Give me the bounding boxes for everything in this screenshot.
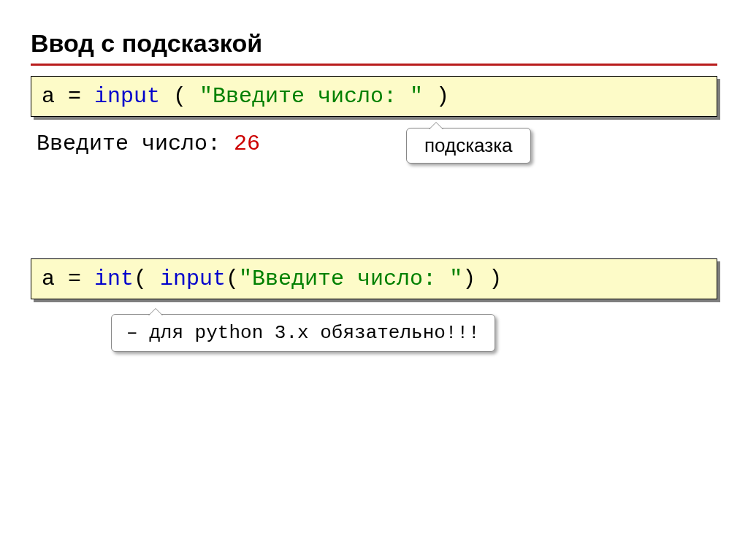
string-literal: "Введите число: "	[199, 84, 423, 109]
paren: )	[423, 84, 449, 109]
slide-heading: Ввод с подсказкой	[31, 29, 717, 58]
console-prompt: Введите число:	[37, 131, 234, 156]
code-text: a =	[42, 84, 94, 109]
keyword-input: input	[94, 84, 160, 109]
console-output: Введите число: 26	[37, 131, 717, 156]
heading-underline	[31, 64, 717, 66]
keyword-int: int	[94, 266, 134, 291]
code-text: a =	[42, 266, 94, 291]
callout-hint: подсказка	[406, 128, 531, 164]
keyword-input: input	[160, 266, 226, 291]
paren: ) )	[462, 266, 502, 291]
code-block-2: a = int( input("Введите число: ") )	[31, 258, 717, 299]
console-value: 26	[234, 131, 260, 156]
paren: (	[160, 84, 199, 109]
paren: (	[226, 266, 239, 291]
paren: (	[134, 266, 160, 291]
string-literal: "Введите число: "	[239, 266, 462, 291]
callout-python3: – для python 3.x обязательно!!!	[111, 314, 495, 352]
code-block-1: a = input ( "Введите число: " )	[31, 76, 717, 117]
